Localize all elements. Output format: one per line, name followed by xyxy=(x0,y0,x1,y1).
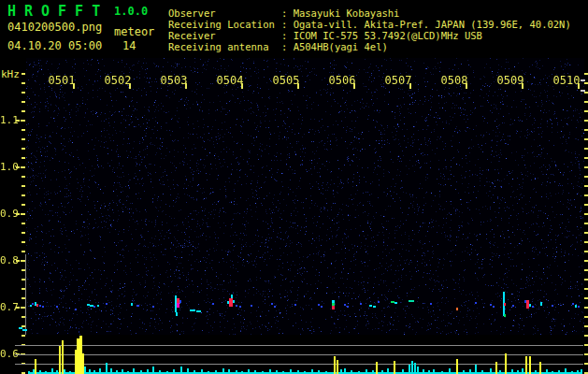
level-bar-cyan xyxy=(269,369,271,374)
level-bar-yellow xyxy=(539,362,541,374)
level-bar-cyan xyxy=(187,368,189,374)
level-bar-cyan xyxy=(414,363,416,374)
level-bar-yellow xyxy=(394,361,395,374)
level-bar-cyan xyxy=(417,367,419,374)
level-bar-cyan xyxy=(39,370,41,374)
level-bar-cyan xyxy=(140,370,142,374)
level-bar-cyan xyxy=(344,368,346,374)
level-bar-cyan xyxy=(499,370,501,374)
level-bar-yellow xyxy=(505,353,507,374)
level-bar-cyan xyxy=(577,370,579,374)
level-bar-cyan xyxy=(290,369,292,374)
level-bar-cyan xyxy=(228,369,230,374)
level-bar-yellow xyxy=(59,346,61,374)
level-bar-cyan xyxy=(511,369,513,374)
level-bar-cyan xyxy=(475,365,477,374)
level-bar-cyan xyxy=(64,369,65,374)
level-bar-cyan xyxy=(565,368,566,374)
level-bar-cyan xyxy=(469,369,471,374)
level-grid-line xyxy=(15,345,583,346)
hrofft-output-screen: HROFFT 1.0.0 0410200500.png meteor 04.10… xyxy=(0,0,588,374)
level-bar-cyan xyxy=(147,369,149,374)
level-bar-cyan xyxy=(387,368,389,374)
level-bar-cyan xyxy=(546,369,548,374)
level-bar-yellow xyxy=(337,360,338,374)
level-grid-line xyxy=(15,364,583,365)
level-bar-cyan xyxy=(340,369,342,374)
level-bar-cyan xyxy=(116,370,118,374)
level-bar-cyan xyxy=(311,369,313,374)
level-bar-cyan xyxy=(402,369,404,374)
level-bar-cyan xyxy=(173,369,175,374)
level-bar-cyan xyxy=(89,369,91,374)
level-bar-cyan xyxy=(194,370,195,374)
level-bar-yellow xyxy=(495,362,497,374)
level-bar-cyan xyxy=(56,370,58,374)
level-bar-cyan xyxy=(318,370,320,374)
level-bar-cyan xyxy=(535,370,537,374)
level-bar-cyan xyxy=(411,361,413,374)
level-bar-cyan xyxy=(254,370,256,374)
level-bar-cyan xyxy=(99,368,101,374)
level-bar-cyan xyxy=(581,369,582,374)
level-bar-cyan xyxy=(222,368,224,374)
level-grid-line xyxy=(15,354,583,355)
level-bar-cyan xyxy=(152,367,154,374)
level-bar-cyan xyxy=(463,370,465,374)
level-bar-yellow xyxy=(529,356,531,374)
level-bar-cyan xyxy=(517,370,519,374)
level-bar-cyan xyxy=(110,368,112,374)
level-bar-cyan xyxy=(558,370,560,374)
level-bar-cyan xyxy=(159,370,161,374)
signal-level-panel xyxy=(0,0,588,374)
level-bar-cyan xyxy=(449,368,451,374)
level-bar-cyan xyxy=(84,367,86,374)
level-bar-yellow xyxy=(62,340,64,374)
level-bar-yellow xyxy=(82,353,84,374)
level-bar-cyan xyxy=(351,370,352,374)
level-bar-yellow xyxy=(525,356,527,374)
level-bar-cyan xyxy=(381,370,383,374)
level-bar-yellow xyxy=(376,362,378,374)
level-bar-cyan xyxy=(490,368,492,374)
level-bar-cyan xyxy=(122,369,123,374)
level-bar-cyan xyxy=(93,370,95,374)
level-bar-cyan xyxy=(297,370,299,374)
level-bar-cyan xyxy=(481,370,483,374)
level-bar-cyan xyxy=(372,370,374,374)
level-bar-cyan xyxy=(180,367,182,374)
level-bar-yellow xyxy=(35,359,36,374)
level-bar-yellow xyxy=(456,359,458,374)
level-bar-cyan xyxy=(366,369,367,374)
level-bar-cyan xyxy=(522,368,523,374)
level-bar-cyan xyxy=(236,370,237,374)
level-bar-cyan xyxy=(201,369,203,374)
level-bar-cyan xyxy=(51,368,53,374)
level-bar-cyan xyxy=(133,368,135,374)
level-bar-yellow xyxy=(334,356,336,374)
level-bar-cyan xyxy=(433,369,435,374)
level-bar-cyan xyxy=(423,369,424,374)
level-bar-cyan xyxy=(276,370,278,374)
level-bar-cyan xyxy=(428,370,430,374)
level-bar-cyan xyxy=(248,369,250,374)
level-bar-cyan xyxy=(215,370,217,374)
level-bar-cyan xyxy=(409,365,410,374)
level-bar-cyan xyxy=(106,363,108,374)
